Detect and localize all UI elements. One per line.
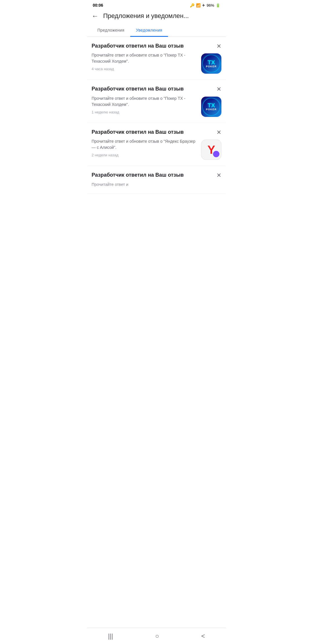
- notification-time: 4 часа назад: [92, 67, 198, 71]
- close-button[interactable]: ✕: [216, 43, 221, 49]
- notification-body: Прочитайте ответ и обновите отзыв о "Пок…: [92, 52, 221, 74]
- notification-time: 2 недели назад: [92, 153, 198, 157]
- notifications-list: Разработчик ответил на Ваш отзыв ✕ Прочи…: [87, 37, 226, 194]
- tabs-container: Предложения Уведомления: [87, 24, 226, 37]
- app-icon-tx-poker: TX POKER: [201, 53, 221, 74]
- tab-offers[interactable]: Предложения: [92, 24, 130, 37]
- tx-poker-logo: TX POKER: [206, 59, 216, 68]
- status-bar: 00:06 🔑 📶 ✈ 96% 🔋: [87, 0, 226, 9]
- notification-item-partial[interactable]: Разработчик ответил на Ваш отзыв ✕ Прочи…: [87, 166, 226, 193]
- notification-text: Прочитайте ответ и обновите отзыв о "Пок…: [92, 52, 198, 64]
- notification-text: Прочитайте ответ и: [92, 182, 128, 188]
- notification-title: Разработчик ответил на Ваш отзыв: [92, 86, 216, 92]
- notification-header: Разработчик ответил на Ваш отзыв ✕: [92, 43, 221, 49]
- yandex-dot: [213, 151, 219, 157]
- status-icons: 🔑 📶 ✈ 96% 🔋: [190, 3, 220, 8]
- notification-header: Разработчик ответил на Ваш отзыв ✕: [92, 172, 221, 178]
- notification-title: Разработчик ответил на Ваш отзыв: [92, 43, 216, 49]
- close-button[interactable]: ✕: [216, 172, 221, 178]
- wifi-icon: 📶: [196, 3, 201, 8]
- notification-item[interactable]: Разработчик ответил на Ваш отзыв ✕ Прочи…: [87, 123, 226, 166]
- back-nav-button[interactable]: <: [201, 632, 205, 640]
- notification-time: 1 неделю назад: [92, 110, 198, 114]
- recent-apps-button[interactable]: |||: [108, 632, 113, 640]
- close-button[interactable]: ✕: [216, 129, 221, 135]
- home-button[interactable]: ○: [155, 632, 159, 640]
- notification-body: Прочитайте ответ и: [92, 182, 221, 188]
- app-icon-tx-poker: TX POKER: [201, 97, 221, 117]
- notification-content: Прочитайте ответ и обновите отзыв о "Янд…: [92, 138, 198, 157]
- close-button[interactable]: ✕: [216, 86, 221, 92]
- notification-body: Прочитайте ответ и обновите отзыв о "Янд…: [92, 138, 221, 160]
- notification-header: Разработчик ответил на Ваш отзыв ✕: [92, 86, 221, 92]
- notification-item[interactable]: Разработчик ответил на Ваш отзыв ✕ Прочи…: [87, 37, 226, 80]
- battery-icon: 🔋: [216, 3, 220, 8]
- notification-content: Прочитайте ответ и обновите отзыв о "Пок…: [92, 52, 198, 71]
- status-time: 00:06: [93, 3, 103, 8]
- back-button[interactable]: ←: [92, 12, 99, 19]
- tx-poker-logo: TX POKER: [206, 102, 216, 111]
- page-title: Предложения и уведомлен...: [103, 12, 189, 20]
- notification-title: Разработчик ответил на Ваш отзыв: [92, 129, 216, 135]
- tab-notifications[interactable]: Уведомления: [130, 24, 168, 37]
- notification-text: Прочитайте ответ и обновите отзыв о "Пок…: [92, 95, 198, 108]
- notification-body: Прочитайте ответ и обновите отзыв о "Пок…: [92, 95, 221, 117]
- notification-header: Разработчик ответил на Ваш отзыв ✕: [92, 129, 221, 135]
- navigation-bar: ||| ○ <: [87, 628, 226, 644]
- notification-content: Прочитайте ответ и: [92, 182, 128, 188]
- notification-title: Разработчик ответил на Ваш отзыв: [92, 172, 216, 178]
- airplane-icon: ✈: [202, 3, 205, 8]
- notification-text: Прочитайте ответ и обновите отзыв о "Янд…: [92, 138, 198, 151]
- page-header: ← Предложения и уведомлен...: [87, 9, 226, 24]
- battery-level: 96%: [207, 3, 214, 8]
- notification-content: Прочитайте ответ и обновите отзыв о "Пок…: [92, 95, 198, 114]
- notification-item[interactable]: Разработчик ответил на Ваш отзыв ✕ Прочи…: [87, 80, 226, 123]
- app-icon-yandex: Y: [201, 140, 221, 160]
- vpn-icon: 🔑: [190, 3, 194, 8]
